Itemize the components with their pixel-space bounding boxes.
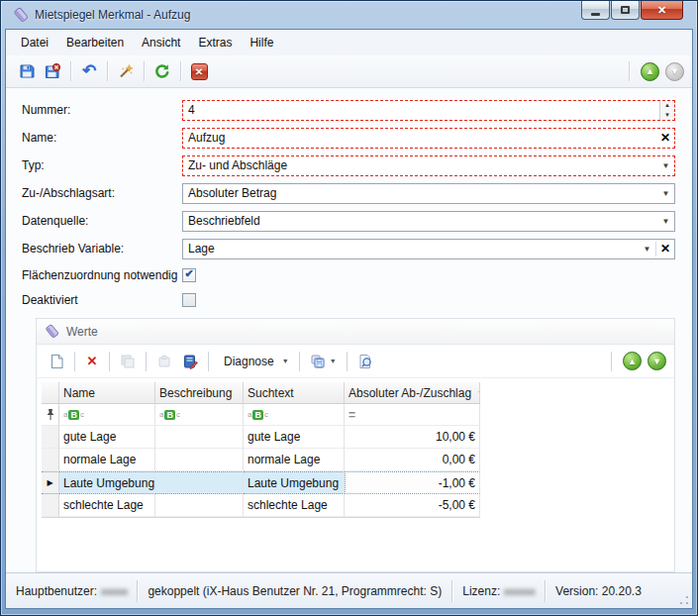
filter-cell-beschreibung[interactable]: aBc	[155, 404, 244, 426]
cell-name[interactable]: schlechte Lage	[59, 494, 155, 517]
clear-icon[interactable]: ✕	[656, 242, 674, 256]
paste-button[interactable]	[151, 350, 177, 373]
chevron-down-icon[interactable]: ▼	[657, 217, 674, 226]
spin-up-icon[interactable]: ▲	[660, 101, 674, 111]
app-window: Mietspiegel Merkmal - Aufzug ✕ Datei Bea…	[0, 0, 698, 616]
chevron-down-icon: ▼	[330, 358, 337, 364]
maximize-icon	[621, 6, 630, 14]
menu-ansicht[interactable]: Ansicht	[133, 32, 189, 53]
table-row[interactable]: schlechte Lage schlechte Lage -5,00 €	[42, 494, 480, 517]
abschlagsart-dropdown[interactable]: Absoluter Betrag ▼	[182, 183, 675, 204]
menu-datei[interactable]: Datei	[12, 32, 57, 53]
toolbar-separator	[629, 61, 630, 81]
wand-button[interactable]	[113, 58, 139, 84]
name-input[interactable]: Aufzug ✕	[182, 128, 675, 149]
beschrieb-variable-value: Lage	[183, 242, 639, 256]
table-row[interactable]: gute Lage gute Lage 10,00 €	[42, 426, 480, 449]
column-header-abzuschlag[interactable]: Absoluter Ab-/Zuschlag ▼	[345, 382, 480, 404]
abschlagsart-value: Absoluter Betrag	[183, 186, 657, 200]
minimize-button[interactable]	[581, 1, 610, 20]
form-row-beschrieb-variable: Beschrieb Variable: Lage ▼ ✕	[22, 235, 675, 262]
nummer-input[interactable]: 4 ▲ ▼	[182, 100, 675, 121]
export-save-button[interactable]: ▼	[305, 350, 342, 373]
cell-value[interactable]: -1,00 €	[345, 471, 480, 494]
cell-suchtext[interactable]: normale Lage	[244, 449, 345, 471]
cell-beschreibung[interactable]	[155, 426, 244, 449]
table-row[interactable]: normale Lage normale Lage 0,00 €	[42, 449, 480, 471]
flaechenzuordnung-checkbox[interactable]	[182, 268, 196, 282]
filter-pin-cell[interactable]	[42, 404, 59, 426]
equals-filter-icon: =	[349, 408, 355, 422]
cell-beschreibung[interactable]	[155, 449, 244, 471]
save-button[interactable]	[14, 58, 40, 84]
move-up-button[interactable]: ▲	[641, 62, 659, 81]
filter-cell-suchtext[interactable]: aBc	[244, 404, 345, 426]
checkbox-row-deaktiviert: Deaktiviert	[22, 287, 675, 312]
filter-cell-name[interactable]: aBc	[59, 404, 155, 426]
abc-filter-icon: aBc	[248, 410, 268, 420]
table-row-selected[interactable]: ▶ Laute Umgebung Laute Umgebung -1,00 €	[42, 471, 480, 494]
chevron-down-icon[interactable]: ▼	[657, 161, 674, 170]
column-header-beschreibung[interactable]: Beschreibung	[155, 382, 244, 404]
cell-name[interactable]: Laute Umgebung	[59, 471, 155, 494]
cell-suchtext[interactable]: gute Lage	[244, 426, 345, 449]
form-row-name: Name: Aufzug ✕	[22, 124, 675, 152]
toolbar-separator	[70, 61, 71, 81]
menu-bearbeiten[interactable]: Bearbeiten	[57, 32, 133, 53]
menu-hilfe[interactable]: Hilfe	[241, 32, 282, 53]
new-record-icon	[50, 354, 64, 369]
werte-toolbar: ✕	[37, 345, 674, 378]
filter-cell-value[interactable]: =	[345, 404, 480, 426]
resize-grip[interactable]	[679, 595, 689, 605]
diagnose-dropdown-button[interactable]: Diagnose ▼	[214, 350, 294, 373]
lizenz-value-redacted: xxxxxxx	[504, 585, 536, 597]
cell-suchtext[interactable]: Laute Umgebung	[244, 471, 345, 494]
cell-name[interactable]: normale Lage	[59, 449, 155, 471]
cell-value[interactable]: 0,00 €	[345, 449, 480, 471]
cell-name[interactable]: gute Lage	[59, 426, 155, 449]
close-record-button[interactable]: ✕	[186, 58, 212, 84]
werte-group-header: Werte	[37, 319, 674, 345]
delete-record-button[interactable]: ✕	[80, 350, 104, 373]
cell-beschreibung[interactable]	[155, 494, 244, 517]
undo-button[interactable]: ↶	[76, 58, 102, 84]
toolbar-separator	[74, 352, 75, 371]
datenquelle-dropdown[interactable]: Beschriebfeld ▼	[182, 211, 675, 232]
close-button[interactable]: ✕	[641, 1, 683, 20]
copy-button[interactable]	[115, 350, 141, 373]
werte-group: Werte ✕	[36, 318, 675, 572]
row-down-button[interactable]: ▼	[648, 352, 666, 370]
new-record-button[interactable]	[45, 350, 69, 373]
chevron-down-icon[interactable]: ▼	[657, 189, 674, 198]
checkbox-row-flaechenzuordnung: Flächenzuordnung notwendig	[22, 262, 675, 287]
title-bar[interactable]: Mietspiegel Merkmal - Aufzug ✕	[5, 1, 693, 29]
menu-extras[interactable]: Extras	[189, 32, 241, 53]
cell-suchtext[interactable]: schlechte Lage	[244, 494, 345, 517]
edit-book-button[interactable]	[177, 350, 203, 373]
toolbar-separator	[107, 61, 108, 81]
lizenz-label: Lizenz:	[462, 584, 500, 598]
abc-filter-icon: aBc	[63, 410, 84, 420]
move-down-button[interactable]: ▼	[665, 62, 684, 81]
chevron-down-icon[interactable]: ▼	[639, 245, 655, 254]
row-indicator	[42, 494, 59, 517]
hauptbenutzer-label: Hauptbenutzer:	[16, 584, 97, 598]
column-header-suchtext[interactable]: Suchtext	[244, 382, 345, 404]
spin-down-icon[interactable]: ▼	[660, 110, 674, 120]
cell-value[interactable]: -5,00 €	[345, 494, 480, 517]
clear-icon[interactable]: ✕	[656, 131, 674, 145]
maximize-button[interactable]	[611, 1, 640, 20]
beschrieb-variable-dropdown[interactable]: Lage ▼ ✕	[182, 239, 675, 259]
row-up-button[interactable]: ▲	[623, 352, 642, 370]
refresh-button[interactable]	[150, 58, 175, 84]
arrow-down-icon: ▼	[652, 357, 661, 366]
typ-dropdown[interactable]: Zu- und Abschläge ▼	[182, 155, 675, 176]
save-close-button[interactable]	[40, 58, 65, 84]
preview-button[interactable]	[352, 350, 378, 373]
quantity-stepper: ▲ ▼	[659, 101, 674, 120]
column-header-name[interactable]: Name	[59, 382, 155, 404]
deaktiviert-checkbox[interactable]	[182, 293, 196, 307]
cell-beschreibung[interactable]	[155, 471, 244, 494]
toolbar-separator	[347, 352, 348, 371]
cell-value[interactable]: 10,00 €	[345, 426, 480, 449]
